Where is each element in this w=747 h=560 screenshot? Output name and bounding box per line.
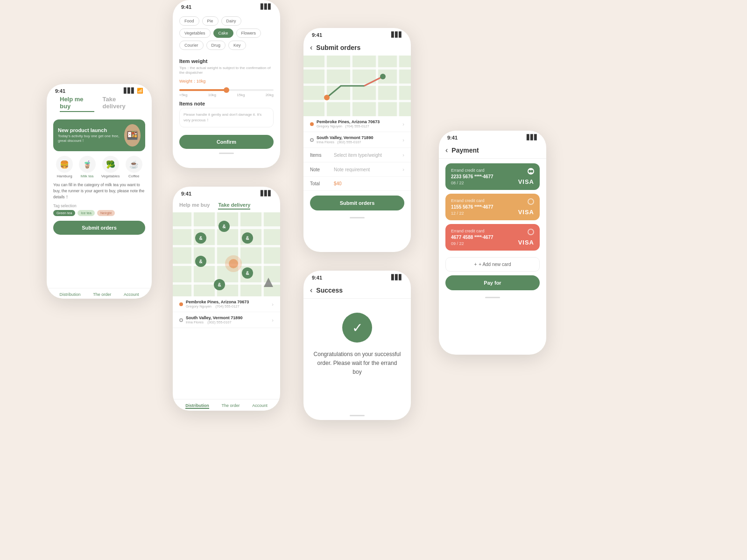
icon-vegetables[interactable]: 🥦 Vegetables xyxy=(101,156,120,178)
items-arrow: › xyxy=(402,152,404,158)
svg-point-22 xyxy=(229,259,238,268)
p1-submit-btn[interactable]: Submit orders xyxy=(53,221,145,235)
p4-loc2-name: South Valley, Vermont 71890 xyxy=(317,135,373,140)
wifi-icon: 📶 xyxy=(137,88,143,94)
svg-text:&: & xyxy=(246,271,249,276)
icon-coffee[interactable]: ☕ Coffee xyxy=(126,156,142,178)
p4-items-row[interactable]: Items Select item type/weight › xyxy=(303,148,411,162)
p5-back-btn[interactable]: ‹ xyxy=(310,286,312,294)
p4-submit-btn[interactable]: Submit orders xyxy=(310,196,404,210)
p1-tabs: Help me buy Take delivery xyxy=(53,96,145,112)
status-icons-1: ▋▋▋ 📶 xyxy=(124,88,143,94)
card-radio-orange[interactable] xyxy=(528,198,534,205)
p4-back-btn[interactable]: ‹ xyxy=(310,43,312,52)
note-value: Note requirement xyxy=(334,167,370,172)
p6-back-btn[interactable]: ‹ xyxy=(445,146,448,154)
status-icons-3: ▋▋▋ xyxy=(261,190,272,196)
cat-drug[interactable]: Drug xyxy=(206,41,226,50)
p4-loc2-info: South Valley, Vermont 71890 Irma Flores … xyxy=(317,135,373,144)
coffee-icon: ☕ xyxy=(126,156,142,173)
time-1: 9:41 xyxy=(55,88,65,94)
p3-location-2[interactable]: South Valley, Vermont 71890 Irma Flores … xyxy=(173,312,280,328)
nav-account[interactable]: Account xyxy=(124,292,139,297)
p4-note-row[interactable]: Note Note requirement › xyxy=(303,162,411,177)
cat-key[interactable]: Key xyxy=(228,41,246,50)
p3-tab-help[interactable]: Help me buy xyxy=(179,202,210,210)
card1-label: Errand credit card xyxy=(451,168,534,173)
p3-tabs: Help me buy Take delivery xyxy=(173,198,280,212)
weight-slider[interactable] xyxy=(179,89,274,91)
pay-for-btn[interactable]: Pay for xyxy=(445,275,540,290)
loc2-contact: Irma Flores (302) 555-0107 xyxy=(186,320,242,324)
p3-nav-order[interactable]: The order xyxy=(221,403,240,409)
p1-header: Help me buy Take delivery xyxy=(47,96,152,119)
tab-help-me-buy[interactable]: Help me buy xyxy=(60,96,94,112)
status-bar-2: 9:41 ▋▋▋ xyxy=(173,0,280,12)
p5-content: ✓ Congratulations on your successful ord… xyxy=(303,299,411,386)
svg-text:&: & xyxy=(199,236,202,241)
coffee-label: Coffee xyxy=(128,174,139,178)
note-box[interactable]: Please handle it gently and don't damage… xyxy=(179,108,274,127)
card-radio-green[interactable] xyxy=(528,168,534,175)
cat-courier[interactable]: Courier xyxy=(179,41,204,50)
banner-image: 🍱 xyxy=(124,124,141,147)
p3-location-1[interactable]: Pembroke Pines, Arizona 70673 Gregory Ng… xyxy=(173,296,280,312)
vegetables-icon: 🥦 xyxy=(102,156,119,173)
tag-green-tea[interactable]: Green tea xyxy=(53,210,75,216)
weight-tip: Tips：the actual weight is subject to the… xyxy=(179,65,274,75)
nav-distribution[interactable]: Distribution xyxy=(59,292,80,297)
p3-nav-distribution[interactable]: Distribution xyxy=(185,403,209,409)
tag-ice-tea[interactable]: Ice tea xyxy=(78,210,95,216)
p4-map-svg xyxy=(303,56,411,116)
home-bar-4 xyxy=(350,217,365,218)
banner-title: New product launch xyxy=(58,127,124,133)
svg-rect-31 xyxy=(397,56,399,116)
loc1-info: Pembroke Pines, Arizona 70673 Gregory Ng… xyxy=(186,300,249,308)
cat-dairy[interactable]: Dairy xyxy=(221,16,241,26)
p4-location-2[interactable]: South Valley, Vermont 71890 Irma Flores … xyxy=(303,132,411,148)
card1-visa: VISA xyxy=(518,178,534,185)
card3-visa: VISA xyxy=(518,239,534,246)
svg-rect-2 xyxy=(173,245,280,247)
weight-value: Weight：10kg xyxy=(179,78,274,84)
add-label: + Add new card xyxy=(479,262,511,267)
cat-pie[interactable]: Pie xyxy=(202,16,218,26)
cat-vegetables[interactable]: Vegetables xyxy=(179,28,211,38)
p3-tab-delivery[interactable]: Take delivery xyxy=(218,202,250,210)
p4-loc1-contact: Gregory Nguyen (704) 555-0127 xyxy=(317,124,380,128)
cat-food[interactable]: Food xyxy=(179,16,199,26)
p3-map: & & & & & & xyxy=(173,212,280,296)
tag-selection-label: Tag selection xyxy=(47,203,152,210)
tab-take-delivery[interactable]: Take delivery xyxy=(103,96,139,112)
cat-flowers[interactable]: Flowers xyxy=(236,28,261,38)
card-red[interactable]: Errand credit card 4677 4588 ****·4677 0… xyxy=(445,224,540,251)
home-indicator-4 xyxy=(303,215,411,220)
p6-header: ‹ Payment xyxy=(439,142,546,159)
svg-text:&: & xyxy=(218,282,221,287)
svg-rect-8 xyxy=(261,212,264,296)
confirm-button[interactable]: Confirm xyxy=(179,135,274,149)
icon-hamburg[interactable]: 🍔 Hamburg xyxy=(56,156,73,178)
slider-thumb[interactable] xyxy=(224,87,229,93)
cat-cake[interactable]: Cake xyxy=(213,28,233,38)
add-new-card-btn[interactable]: + + Add new card xyxy=(445,257,540,272)
icon-milktea[interactable]: 🧋 Milk tea xyxy=(79,156,96,178)
p1-tags: Green tea Ice tea Neirgbt xyxy=(53,210,145,216)
card-radio-red[interactable] xyxy=(528,229,534,235)
svg-rect-7 xyxy=(238,212,240,296)
svg-rect-30 xyxy=(376,56,378,116)
card2-visa: VISA xyxy=(518,209,534,216)
svg-rect-27 xyxy=(303,100,411,102)
signal-icon: ▋▋▋ xyxy=(124,88,135,94)
card-green[interactable]: Errand credit card 2233 5676 ****·4677 0… xyxy=(445,163,540,190)
p2-categories: Food Pie Dairy Vegetables Cake Flowers C… xyxy=(173,12,280,55)
nav-the-order[interactable]: The order xyxy=(93,292,111,297)
p4-loc2-contact: Irma Flores (302) 555-0107 xyxy=(317,140,373,144)
loc2-dot xyxy=(179,318,183,322)
card3-label: Errand credit card xyxy=(451,229,534,233)
tag-neirgbt[interactable]: Neirgbt xyxy=(97,210,115,216)
card2-label: Errand credit card xyxy=(451,198,534,203)
card-orange[interactable]: Errand credit card 1155 5676 ****·4677 1… xyxy=(445,194,540,220)
p4-location-1[interactable]: Pembroke Pines, Arizona 70673 Gregory Ng… xyxy=(303,116,411,132)
p3-nav-account[interactable]: Account xyxy=(252,403,268,409)
